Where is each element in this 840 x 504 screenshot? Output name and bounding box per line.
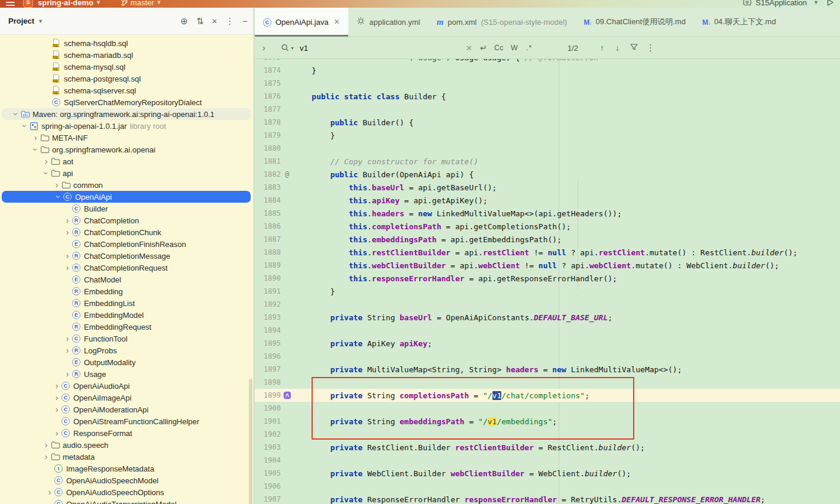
- tree-item-org-springframework-ai-openai[interactable]: ›org.springframework.ai.openai: [0, 144, 254, 155]
- tree-chevron-icon[interactable]: ›: [41, 157, 51, 165]
- tree-chevron-icon[interactable]: ›: [41, 441, 51, 449]
- tree-chevron-icon[interactable]: ›: [63, 346, 72, 355]
- tree-item-embeddingrequest[interactable]: REmbeddingRequest: [0, 321, 254, 333]
- search-icon[interactable]: ▼: [281, 43, 294, 52]
- tree-item-responseformat[interactable]: ›CResponseFormat: [0, 427, 254, 439]
- code-line-1904[interactable]: 1904: [255, 454, 840, 467]
- tree-item-outputmodality[interactable]: EOutputModality: [0, 356, 254, 368]
- tree-item-openaiaudiotranscriptionmodel[interactable]: COpenAiAudioTranscriptionModel: [0, 498, 254, 504]
- code-line-1878[interactable]: 1878 public Builder() {: [255, 116, 840, 129]
- code-line-1890[interactable]: 1890 this.responseErrorHandler = api.get…: [255, 272, 840, 285]
- tree-item-functiontool[interactable]: ›CFunctionTool: [0, 333, 254, 344]
- main-menu-icon[interactable]: [6, 0, 15, 6]
- run-config-selector[interactable]: S15Application: [755, 0, 807, 7]
- tree-item-sqlserverchatmemoryrepositorydialect[interactable]: CSqlServerChatMemoryRepositoryDialect: [0, 96, 254, 108]
- tree-item-api[interactable]: ›api: [0, 167, 254, 179]
- tree-chevron-icon[interactable]: ›: [63, 334, 72, 343]
- tree-item-builder[interactable]: CBuilder: [0, 203, 254, 214]
- tree-item-meta-inf[interactable]: ›META-INF: [0, 132, 254, 144]
- next-match-icon[interactable]: ↓: [615, 43, 620, 53]
- tree-item-chatcompletion[interactable]: ›RChatCompletion: [0, 214, 254, 226]
- tree-item-schema-sqlserver-sql[interactable]: SQLschema-sqlserver.sql: [0, 84, 254, 96]
- tree-item-openaiaudioapi[interactable]: ›COpenAiAudioApi: [0, 380, 254, 392]
- tree-item-imageresponsemetadata[interactable]: IImageResponseMetadata: [0, 463, 254, 474]
- tree-item-chatcompletionfinishreason[interactable]: EChatCompletionFinishReason: [0, 238, 254, 250]
- tree-item-common[interactable]: ›common: [0, 179, 254, 191]
- tree-item-audio-speech[interactable]: ›audio.speech: [0, 439, 254, 451]
- code-line-1891[interactable]: 1891 }: [255, 285, 840, 298]
- code-line-1894[interactable]: 1894: [255, 324, 840, 337]
- code-line-1892[interactable]: 1892: [255, 298, 840, 311]
- code-line-1886[interactable]: 1886 this.completionsPath = api.getCompl…: [255, 220, 840, 233]
- tree-item-openaiaudiospeechmodel[interactable]: COpenAiAudioSpeechModel: [0, 474, 254, 486]
- code-line-1887[interactable]: 1887 this.embeddingsPath = api.getEmbedd…: [255, 233, 840, 246]
- tree-item-embedding[interactable]: REmbedding: [0, 285, 254, 297]
- code-line-1883[interactable]: 1883 this.baseUrl = api.getBaseUrl();: [255, 181, 840, 194]
- code-line-1882[interactable]: 1882@ public Builder(OpenAiApi api) {: [255, 168, 840, 181]
- tree-item-openaiimageapi[interactable]: ›COpenAiImageApi: [0, 392, 254, 404]
- tree-item-metadata[interactable]: ›metadata: [0, 451, 254, 463]
- locate-file-icon[interactable]: ⊕: [180, 17, 188, 25]
- code-line-1873[interactable]: 1873 ("usage") Usage usage) { // @format…: [255, 59, 840, 64]
- code-line-1881[interactable]: 1881 // Copy constructor for mutate(): [255, 155, 840, 168]
- tree-item-schema-hsqldb-sql[interactable]: SQLschema-hsqldb.sql: [0, 37, 254, 49]
- tree-item-schema-postgresql-sql[interactable]: SQLschema-postgresql.sql: [0, 73, 254, 84]
- tree-chevron-icon[interactable]: ›: [45, 488, 54, 496]
- expand-find-icon[interactable]: ›: [262, 43, 265, 53]
- project-panel-title[interactable]: Project: [8, 17, 34, 25]
- tree-chevron-icon[interactable]: ›: [63, 216, 72, 225]
- tree-item-openaistreamfunctioncallinghelper[interactable]: COpenAiStreamFunctionCallingHelper: [0, 415, 254, 427]
- tab-04-md[interactable]: M↓04.聊天上下文.md: [694, 8, 784, 36]
- tree-item-spring-ai-openai-1-0-1-jar[interactable]: ›spring-ai-openai-1.0.1.jarlibrary root: [0, 120, 254, 132]
- tree-chevron-icon[interactable]: ›: [63, 370, 72, 378]
- code-line-1874[interactable]: 1874 }: [255, 64, 840, 77]
- run-button[interactable]: [826, 0, 834, 6]
- code-line-1895[interactable]: 1895 private ApiKey apiKey;: [255, 337, 840, 350]
- tree-chevron-icon[interactable]: ›: [52, 382, 61, 390]
- tree-chevron-icon[interactable]: ›: [54, 192, 63, 201]
- whole-words-toggle[interactable]: W: [511, 44, 518, 52]
- project-selector[interactable]: spring-ai-demo: [38, 0, 93, 7]
- tree-item-openaiapi[interactable]: ›COpenAiApi: [2, 191, 251, 203]
- match-case-toggle[interactable]: Cc: [494, 44, 504, 52]
- code-line-1903[interactable]: 1903 private RestClient.Builder restClie…: [255, 441, 840, 454]
- code-line-1907[interactable]: 1907 private ResponseErrorHandler respon…: [255, 493, 840, 504]
- code-line-1875[interactable]: 1875: [255, 77, 840, 90]
- tree-scrollbar[interactable]: [249, 379, 252, 504]
- previous-match-icon[interactable]: ↑: [600, 43, 604, 53]
- branch-selector[interactable]: master ▼: [121, 0, 166, 7]
- tree-item-schema-mariadb-sql[interactable]: SQLschema-mariadb.sql: [0, 49, 254, 61]
- tree-chevron-icon[interactable]: ›: [63, 252, 72, 260]
- tree-chevron-icon[interactable]: ›: [12, 109, 20, 119]
- tree-chevron-icon[interactable]: ›: [41, 453, 51, 461]
- tree-item-chatcompletionmessage[interactable]: ›RChatCompletionMessage: [0, 250, 254, 262]
- tree-chevron-icon[interactable]: ›: [52, 394, 61, 402]
- tree-chevron-icon[interactable]: ›: [31, 134, 40, 142]
- regex-toggle[interactable]: .*: [526, 44, 532, 52]
- tree-item-chatcompletionrequest[interactable]: ›RChatCompletionRequest: [0, 262, 254, 274]
- tree-item-embeddingmodel[interactable]: EEmbeddingModel: [0, 309, 254, 321]
- code-line-1884[interactable]: 1884 this.apiKey = api.getApiKey();: [255, 194, 840, 207]
- code-line-1888[interactable]: 1888 this.restClientBuilder = api.restCl…: [255, 246, 840, 259]
- code-line-1897[interactable]: 1897 private MultiValueMap<String, Strin…: [255, 363, 840, 376]
- clear-search-icon[interactable]: ✕: [466, 43, 472, 52]
- tree-item-openaimoderationapi[interactable]: ›COpenAiModerationApi: [0, 404, 254, 415]
- code-line-1893[interactable]: 1893 private String baseUrl = OpenAiApiC…: [255, 311, 840, 324]
- code-line-1905[interactable]: 1905 private WebClient.Builder webClient…: [255, 467, 840, 480]
- code-line-1876[interactable]: 1876 public static class Builder {: [255, 90, 840, 103]
- tree-chevron-icon[interactable]: ›: [63, 264, 72, 272]
- tree-chevron-icon[interactable]: ›: [52, 429, 61, 437]
- tab-pom-xml[interactable]: mpom.xml(S15-openai-style-model): [429, 8, 576, 36]
- tree-item-maven-org-springframework-ai-spring-ai-o[interactable]: ›Maven: org.springframework.ai:spring-ai…: [2, 108, 251, 120]
- tree-item-chatcompletionchunk[interactable]: ›RChatCompletionChunk: [0, 226, 254, 238]
- tree-item-schema-mysql-sql[interactable]: SQLschema-mysql.sql: [0, 61, 254, 73]
- tree-chevron-icon[interactable]: ›: [52, 181, 61, 189]
- tree-item-chatmodel[interactable]: EChatModel: [0, 274, 254, 285]
- tree-chevron-icon[interactable]: ›: [63, 228, 72, 236]
- tree-chevron-icon[interactable]: ›: [42, 168, 50, 178]
- tree-item-aot[interactable]: ›aot: [0, 155, 254, 167]
- code-line-1877[interactable]: 1877: [255, 103, 840, 116]
- tree-chevron-icon[interactable]: ›: [52, 405, 61, 414]
- code-line-1889[interactable]: 1889 this.webClientBuilder = api.webClie…: [255, 259, 840, 272]
- newline-icon[interactable]: ↵: [480, 43, 487, 53]
